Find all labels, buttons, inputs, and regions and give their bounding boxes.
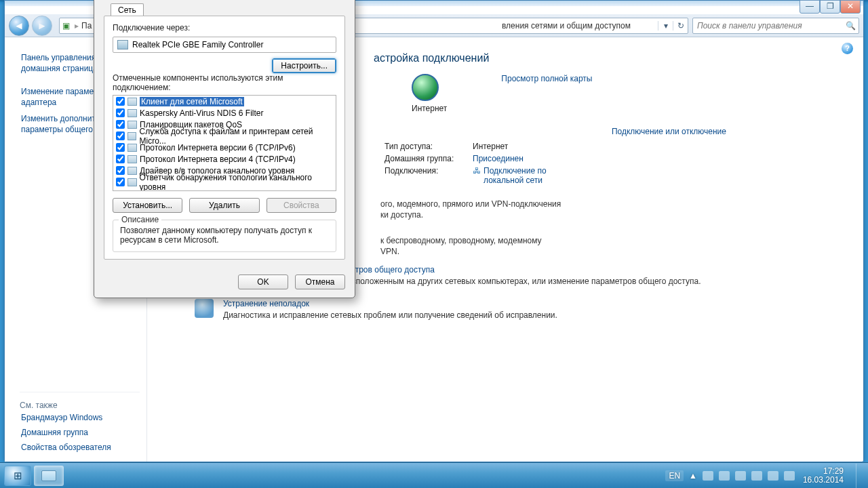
component-checkbox[interactable] [116, 97, 125, 106]
connect-disconnect-link[interactable]: Подключение или отключение [612, 127, 726, 136]
body-line-4: VPN. [380, 246, 848, 257]
start-button[interactable]: ⊞ [4, 466, 31, 486]
homegroup-key: Домашняя группа: [384, 154, 473, 163]
breadcrumb-dropdown-icon[interactable]: ▾ [658, 21, 673, 30]
adapter-name: Realtek PCIe GBE Family Controller [132, 40, 263, 49]
forward-button[interactable]: ► [32, 16, 52, 36]
task-troubleshoot-link[interactable]: Устранение неполадок [223, 299, 309, 308]
clock[interactable]: 17:29 16.03.2014 [800, 467, 848, 485]
access-type-value: Интернет [473, 142, 508, 151]
component-icon [127, 109, 137, 117]
connection-properties-dialog: Сеть Подключение через: Realtek PCIe GBE… [94, 0, 355, 298]
connect-via-label: Подключение через: [113, 23, 336, 33]
configure-button[interactable]: Настроить... [272, 58, 336, 73]
internet-label: Интернет [412, 104, 447, 113]
body-line-3: к беспроводному, проводному, модемному [380, 235, 848, 246]
page-title: астройка подключений [374, 52, 848, 64]
connections-key: Подключения: [384, 166, 473, 185]
component-label: Клиент для сетей Microsoft [140, 97, 244, 106]
component-row[interactable]: Ответчик обнаружения топологии канальног… [113, 176, 336, 188]
window-controls: — ❐ ✕ [800, 0, 861, 14]
description-text: Позволяет данному компьютеру получать до… [120, 226, 329, 245]
component-icon [127, 178, 137, 186]
component-checkbox[interactable] [116, 178, 125, 186]
component-icon [127, 155, 137, 163]
breadcrumb-sep-icon: ▸ [72, 21, 81, 30]
globe-icon [412, 74, 439, 101]
clock-date: 16.03.2014 [803, 476, 844, 485]
view-full-map-link[interactable]: Просмотр полной карты [501, 74, 592, 83]
component-checkbox[interactable] [116, 108, 125, 117]
breadcrumb-trail: вления сетями и общим доступом [502, 21, 658, 30]
component-checkbox[interactable] [116, 131, 125, 140]
tray-chevron-up-icon[interactable]: ▲ [689, 471, 697, 481]
component-icon [127, 167, 137, 175]
tabstrip: Сеть [111, 3, 355, 16]
tab-network[interactable]: Сеть [111, 3, 144, 16]
nic-icon [117, 40, 128, 49]
description-legend: Описание [119, 215, 161, 224]
component-row[interactable]: Протокол Интернета версии 4 (TCP/IPv4) [113, 153, 336, 165]
language-indicator[interactable]: EN [665, 470, 684, 481]
components-label: Отмеченные компоненты используются этим … [113, 73, 336, 92]
body-line-2: ки доступа. [380, 209, 848, 220]
component-icon [127, 132, 136, 140]
back-button[interactable]: ◄ [9, 16, 29, 36]
component-icon [127, 144, 137, 152]
component-checkbox[interactable] [116, 120, 125, 129]
install-button[interactable]: Установить... [113, 198, 182, 213]
sidebar-firewall[interactable]: Брандмауэр Windows [20, 410, 140, 425]
see-also-heading: См. также [20, 392, 140, 410]
uninstall-button[interactable]: Удалить [189, 198, 259, 213]
clock-time: 17:29 [803, 467, 844, 476]
taskbar-app-network[interactable] [34, 466, 64, 486]
component-row[interactable]: Служба доступа к файлам и принтерам сете… [113, 130, 336, 142]
component-label: Kaspersky Anti-Virus NDIS 6 Filter [140, 108, 264, 118]
component-label: Протокол Интернета версии 4 (TCP/IPv4) [140, 155, 296, 164]
tray-volume-icon[interactable] [735, 471, 746, 481]
troubleshoot-icon [195, 299, 214, 318]
tray-app-icon[interactable] [768, 471, 778, 481]
close-button[interactable]: ✕ [840, 0, 861, 14]
active-network-status: Тип доступа:Интернет Домашняя группа:При… [384, 140, 848, 186]
components-list[interactable]: Клиент для сетей Microsoft Kaspersky Ant… [113, 95, 336, 191]
component-checkbox[interactable] [116, 166, 125, 175]
show-desktop-button[interactable] [856, 464, 864, 488]
component-row[interactable]: Kaspersky Anti-Virus NDIS 6 Filter [113, 107, 336, 119]
connection-lan-link[interactable]: Подключение по локальной сети [484, 166, 578, 185]
sidebar-homegroup[interactable]: Домашняя группа [20, 425, 140, 440]
system-tray: EN ▲ 17:29 16.03.2014 [665, 464, 864, 488]
adapter-name-box: Realtek PCIe GBE Family Controller [113, 37, 336, 53]
monitor-icon [41, 470, 56, 481]
component-label: Протокол Интернета версии 6 (TCP/IPv6) [140, 143, 296, 152]
component-row[interactable]: Клиент для сетей Microsoft [113, 96, 336, 107]
ok-button[interactable]: OK [238, 274, 288, 289]
tray-app-icon[interactable] [751, 471, 762, 481]
search-box[interactable]: 🔍 [692, 18, 859, 34]
description-group: Описание Позволяет данному компьютеру по… [113, 220, 336, 252]
sidebar-ie-options[interactable]: Свойства обозревателя [20, 440, 140, 455]
component-checkbox[interactable] [116, 155, 125, 163]
component-checkbox[interactable] [116, 143, 125, 152]
control-panel-icon: ▣ [60, 21, 72, 30]
component-icon [127, 98, 137, 106]
maximize-button[interactable]: ❐ [820, 0, 840, 14]
refresh-button[interactable]: ↻ [673, 21, 688, 30]
minimize-button[interactable]: — [800, 0, 820, 14]
search-icon[interactable]: 🔍 [842, 21, 859, 30]
search-input[interactable] [693, 21, 842, 30]
body-line-1: ого, модемного, прямого или VPN-подключе… [380, 199, 848, 209]
tray-network-icon[interactable] [719, 471, 730, 481]
properties-button: Свойства [267, 198, 336, 213]
taskbar: ⊞ EN ▲ 17:29 16.03.2014 [0, 462, 868, 488]
access-type-key: Тип доступа: [384, 142, 473, 151]
component-label: Ответчик обнаружения топологии канальног… [140, 173, 333, 192]
homegroup-value-link[interactable]: Присоединен [473, 154, 524, 163]
lan-icon: 🖧 [473, 166, 481, 185]
cancel-button[interactable]: Отмена [295, 274, 345, 289]
internet-node[interactable]: Интернет [412, 74, 447, 113]
task-troubleshoot-desc: Диагностика и исправление сетевых пробле… [223, 310, 557, 321]
tray-app-icon[interactable] [784, 471, 795, 481]
component-icon [127, 121, 137, 129]
tray-flag-icon[interactable] [703, 471, 713, 481]
